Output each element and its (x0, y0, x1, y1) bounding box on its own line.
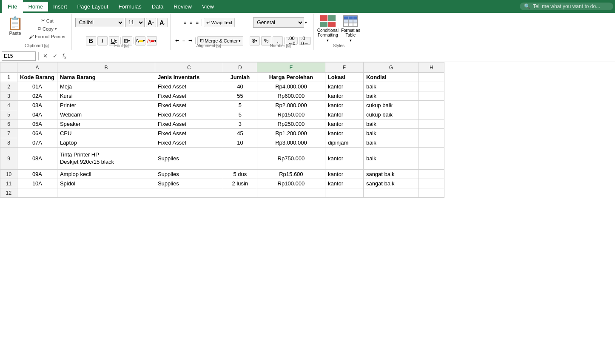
cell-E10[interactable]: Rp15.600 (257, 170, 325, 179)
cell-F1[interactable]: Lokasi (325, 73, 363, 82)
number-format-select[interactable]: General (253, 17, 304, 28)
cell-G6[interactable]: baik (363, 119, 419, 129)
cell-H4[interactable] (419, 101, 444, 110)
cell-H3[interactable] (419, 91, 444, 101)
cell-F10[interactable]: kantor (325, 170, 363, 179)
tab-insert[interactable]: Insert (48, 2, 72, 11)
cell-G5[interactable]: cukup baik (363, 110, 419, 119)
cell-E1[interactable]: Harga Perolehan (257, 73, 325, 82)
cell-E4[interactable]: Rp2.000.000 (257, 101, 325, 110)
col-header-b[interactable]: B (57, 63, 155, 73)
cell-A4[interactable]: 03A (17, 101, 57, 110)
col-header-a[interactable]: A (17, 63, 57, 73)
cell-C4[interactable]: Fixed Asset (155, 101, 223, 110)
cell-D11[interactable]: 2 lusin (223, 179, 257, 188)
row-header-4[interactable]: 4 (0, 101, 17, 110)
cell-C3[interactable]: Fixed Asset (155, 91, 223, 101)
col-header-d[interactable]: D (223, 63, 257, 73)
cell-C2[interactable]: Fixed Asset (155, 82, 223, 91)
cell-E9[interactable]: Rp750.000 (257, 148, 325, 170)
cell-B3[interactable]: Kursi (57, 91, 155, 101)
cell-H9[interactable] (419, 148, 444, 170)
row-header-1[interactable]: 1 (0, 73, 17, 82)
cell-F7[interactable]: kantor (325, 129, 363, 138)
cell-H6[interactable] (419, 119, 444, 129)
cell-A1[interactable]: Kode Barang (17, 73, 57, 82)
cell-C11[interactable]: Supplies (155, 179, 223, 188)
col-header-c[interactable]: C (155, 63, 223, 73)
cell-H8[interactable] (419, 138, 444, 148)
paste-button[interactable]: 📋 Paste (3, 15, 27, 37)
align-top-button[interactable]: ≡ (182, 19, 188, 26)
cell-F2[interactable]: kantor (325, 82, 363, 91)
cell-B10[interactable]: Amplop kecil (57, 170, 155, 179)
align-middle-button[interactable]: ≡ (188, 19, 194, 26)
insert-function-button[interactable]: fx (61, 52, 68, 60)
cell-G2[interactable]: baik (363, 82, 419, 91)
cell-G8[interactable]: baik (363, 138, 419, 148)
cell-F4[interactable]: kantor (325, 101, 363, 110)
row-header-9[interactable]: 9 (0, 148, 17, 170)
number-format-dropdown[interactable]: ▾ (305, 20, 307, 25)
tab-review[interactable]: Review (168, 2, 197, 11)
cell-E8[interactable]: Rp3.000.000 (257, 138, 325, 148)
row-header-10[interactable]: 10 (0, 170, 17, 179)
wrap-text-button[interactable]: ↵ Wrap Text (204, 18, 235, 27)
cell-C1[interactable]: Jenis Inventaris (155, 73, 223, 82)
cell-F8[interactable]: dipinjam (325, 138, 363, 148)
cell-A9[interactable]: 08A (17, 148, 57, 170)
cell-E2[interactable]: Rp4.000.000 (257, 82, 325, 91)
cell-A5[interactable]: 04A (17, 110, 57, 119)
cell-C10[interactable]: Supplies (155, 170, 223, 179)
cell-B1[interactable]: Nama Barang (57, 73, 155, 82)
borders-dropdown[interactable]: ▾ (128, 39, 130, 43)
cell-A2[interactable]: 01A (17, 82, 57, 91)
row-header-8[interactable]: 8 (0, 138, 17, 148)
cell-C9[interactable]: Supplies (155, 148, 223, 170)
decrease-font-button[interactable]: A- (157, 18, 168, 27)
col-header-g[interactable]: G (363, 63, 419, 73)
cell-D6[interactable]: 3 (223, 119, 257, 129)
col-header-f[interactable]: F (325, 63, 363, 73)
cell-F5[interactable]: kantor (325, 110, 363, 119)
cell-G9[interactable]: baik (363, 148, 419, 170)
cell-A10[interactable]: 09A (17, 170, 57, 179)
cell-A7[interactable]: 06A (17, 129, 57, 138)
cell-H1[interactable] (419, 73, 444, 82)
merge-center-dropdown[interactable]: ▾ (239, 39, 241, 43)
cell-D2[interactable]: 40 (223, 82, 257, 91)
cell-H10[interactable] (419, 170, 444, 179)
row-header-7[interactable]: 7 (0, 129, 17, 138)
font-color-dropdown[interactable]: ▾ (154, 39, 157, 43)
font-size-select[interactable]: 11 (125, 18, 145, 27)
cell-D10[interactable]: 5 dus (223, 170, 257, 179)
cell-B7[interactable]: CPU (57, 129, 155, 138)
row-header-11[interactable]: 11 (0, 179, 17, 188)
cell-B6[interactable]: Speaker (57, 119, 155, 129)
cell-H11[interactable] (419, 179, 444, 188)
cell-D3[interactable]: 55 (223, 91, 257, 101)
tab-formulas[interactable]: Formulas (114, 2, 147, 11)
number-expand[interactable]: ⧉ (286, 44, 290, 48)
cell-H7[interactable] (419, 129, 444, 138)
cell-D8[interactable]: 10 (223, 138, 257, 148)
col-header-e[interactable]: E (257, 63, 325, 73)
align-bottom-button[interactable]: ≡ (194, 19, 199, 26)
search-box[interactable]: 🔍 Tell me what you want to do... (520, 3, 613, 10)
formula-input[interactable] (70, 51, 613, 61)
cell-B4[interactable]: Printer (57, 101, 155, 110)
cell-D4[interactable]: 5 (223, 101, 257, 110)
cell-C5[interactable]: Fixed Asset (155, 110, 223, 119)
cell-G11[interactable]: sangat baik (363, 179, 419, 188)
cell-F12[interactable] (325, 188, 363, 198)
cell-B5[interactable]: Webcam (57, 110, 155, 119)
cell-B2[interactable]: Meja (57, 82, 155, 91)
cell-G7[interactable]: baik (363, 129, 419, 138)
cell-E5[interactable]: Rp150.000 (257, 110, 325, 119)
file-tab[interactable]: File (2, 0, 23, 13)
cell-D9[interactable] (223, 148, 257, 170)
cell-F11[interactable]: kantor (325, 179, 363, 188)
cell-F6[interactable]: kantor (325, 119, 363, 129)
cell-D7[interactable]: 45 (223, 129, 257, 138)
cell-A6[interactable]: 05A (17, 119, 57, 129)
